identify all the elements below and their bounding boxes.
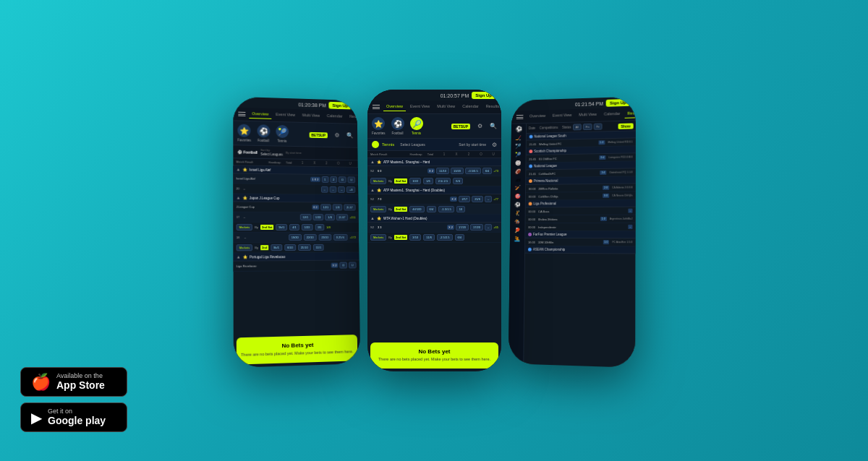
- right-sport-water-polo[interactable]: 🤽: [514, 236, 520, 242]
- center-p2-d[interactable]: 10: [456, 206, 464, 212]
- center-search-icon[interactable]: 🔍: [490, 123, 497, 129]
- center-tab-calendar[interactable]: Calendar: [459, 103, 481, 111]
- right-sport-darts[interactable]: 🎯: [514, 194, 521, 199]
- left-football[interactable]: ⚽ Football: [256, 124, 269, 142]
- right-sport-american-football[interactable]: 🏈: [514, 169, 521, 175]
- left-tab-overview[interactable]: Overview: [249, 110, 271, 119]
- center-expand-2[interactable]: ▲: [370, 188, 375, 192]
- left-jp-c[interactable]: 1/8: [325, 214, 334, 220]
- right-sport-handball[interactable]: 🤾: [514, 210, 521, 216]
- right-sport-volleyball[interactable]: 🏐: [515, 160, 522, 166]
- left-period-odds-2[interactable]: 4/1: [289, 224, 299, 231]
- left-jp-b[interactable]: 1/33: [312, 214, 324, 220]
- center-football[interactable]: ⚽ Football: [391, 117, 404, 135]
- center-period-2[interactable]: 2nd Set: [393, 207, 407, 212]
- center-expand-3[interactable]: ▲: [370, 216, 375, 220]
- left-pr-d[interactable]: 11/1: [312, 244, 324, 251]
- center-atp-1-odds-4[interactable]: 6/4: [482, 168, 492, 174]
- center-tab-overview[interactable]: Overview: [383, 103, 406, 111]
- left-odds-2b[interactable]: –: [329, 186, 336, 193]
- right-sport-badminton[interactable]: 🏸: [515, 144, 522, 150]
- left-expand-2[interactable]: ▲: [236, 196, 240, 200]
- left-favorites[interactable]: ⭐ Favorites: [237, 124, 251, 142]
- right-show-btn[interactable]: Show: [618, 123, 634, 129]
- center-p1-d[interactable]: 6/4: [453, 178, 463, 184]
- left-odds-2[interactable]: 2: [330, 176, 337, 183]
- center-tab-results[interactable]: Results: [482, 103, 501, 111]
- right-sport-tennis[interactable]: 🎾: [515, 152, 522, 158]
- left-markets-btn-2[interactable]: Markets: [236, 244, 252, 251]
- left-odds-1[interactable]: 1: [321, 176, 328, 183]
- right-tab-multi[interactable]: Multi View: [576, 111, 600, 120]
- left-star-3[interactable]: ⭐: [242, 254, 247, 259]
- center-atp-1-odds-1[interactable]: 11/10: [436, 168, 449, 174]
- center-wta-odds-3[interactable]: –: [484, 224, 491, 231]
- right-tab-calendar[interactable]: Calendar: [600, 110, 622, 119]
- center-atp-2-odds-2[interactable]: 21/6: [472, 196, 483, 202]
- left-jp-a[interactable]: 12/1: [299, 214, 311, 220]
- left-m2-b[interactable]: 22/10: [303, 234, 316, 241]
- left-hamburger[interactable]: [236, 110, 247, 119]
- left-settings-icon[interactable]: ⚙: [334, 132, 339, 139]
- center-filter-icon[interactable]: ⚙: [492, 142, 497, 148]
- right-sport-table-tennis[interactable]: 🏓: [514, 228, 520, 233]
- center-p2-b[interactable]: 6/4: [426, 206, 436, 212]
- left-period-odds-1[interactable]: 9b/1: [276, 224, 287, 231]
- center-p1-b[interactable]: 1/6: [423, 178, 433, 184]
- googleplay-badge[interactable]: ▶ Get it on Google play: [20, 402, 127, 432]
- center-settings-icon[interactable]: ⚙: [477, 123, 482, 129]
- right-tab-event[interactable]: Event View: [549, 111, 574, 121]
- center-hamburger[interactable]: [370, 103, 382, 111]
- center-favorites[interactable]: ⭐ Favorites: [372, 117, 386, 135]
- left-odds-u[interactable]: U: [347, 176, 355, 183]
- right-sport-auto[interactable]: 🏎: [515, 177, 520, 182]
- center-tab-event[interactable]: Event View: [407, 103, 432, 111]
- right-filter-fn[interactable]: Fn: [582, 124, 592, 130]
- left-sport-filter[interactable]: ⚽ Football: [237, 150, 258, 155]
- center-period-1[interactable]: 2nd Set: [393, 178, 407, 184]
- left-tab-calendar[interactable]: Calendar: [324, 112, 345, 121]
- center-p1-a[interactable]: 10/2: [409, 178, 421, 184]
- left-pr-c[interactable]: 21/10: [297, 244, 310, 251]
- left-star-1[interactable]: ⭐: [242, 167, 247, 171]
- left-period-tag[interactable]: 2nd Set: [260, 225, 273, 230]
- center-star-2[interactable]: ⭐: [376, 188, 380, 192]
- left-tab-results[interactable]: Results: [346, 113, 360, 121]
- left-jp-d[interactable]: 2/-87: [336, 214, 348, 220]
- center-star-1[interactable]: ⭐: [376, 160, 380, 164]
- left-port-odds-1[interactable]: O: [339, 262, 347, 269]
- center-p2-c[interactable]: -1.5/1.5: [438, 206, 454, 212]
- right-sport-futsal[interactable]: ⚽: [514, 202, 521, 208]
- center-p3-b[interactable]: 11/6: [423, 234, 435, 241]
- right-signup[interactable]: Sign Up: [605, 99, 629, 107]
- left-expand-3[interactable]: ▲: [236, 254, 240, 259]
- center-star-3[interactable]: ⭐: [376, 216, 380, 220]
- center-wta-odds-1[interactable]: 17/20: [455, 224, 468, 231]
- right-tab-results[interactable]: Results: [624, 109, 636, 119]
- right-hamburger[interactable]: [514, 113, 524, 121]
- center-wta-odds-2[interactable]: 17/20: [469, 224, 482, 231]
- left-signup[interactable]: Sign Up: [328, 102, 351, 110]
- right-sport-horse[interactable]: 🏇: [514, 219, 521, 225]
- left-expand-1[interactable]: ▲: [236, 167, 240, 171]
- left-markets-btn[interactable]: Markets: [236, 224, 252, 231]
- center-atp-2-odds-3[interactable]: –: [484, 196, 491, 202]
- center-tennis[interactable]: 🎾 Tennis: [409, 117, 422, 135]
- left-period-tag-2[interactable]: 2nd: [260, 245, 268, 250]
- left-betsup[interactable]: BETSUP: [309, 132, 328, 137]
- center-p3-a[interactable]: 3/10: [409, 234, 421, 241]
- left-tab-event[interactable]: Event View: [273, 111, 298, 120]
- left-odds-o[interactable]: O: [338, 176, 346, 183]
- left-odds-2c[interactable]: –: [338, 186, 345, 193]
- center-atp-1-odds-2[interactable]: 13/20: [451, 168, 464, 174]
- left-tennis[interactable]: 🎾 Tennis: [275, 125, 288, 143]
- left-pr-b[interactable]: 6/10: [284, 244, 296, 251]
- left-m2-a[interactable]: 19/30: [288, 234, 301, 241]
- center-markets-3[interactable]: Markets: [370, 234, 386, 241]
- left-jp-odds-2[interactable]: 1/8: [332, 204, 341, 210]
- center-p3-d[interactable]: 6/4: [454, 234, 464, 241]
- center-select-leagues[interactable]: Select Leagues: [400, 142, 425, 147]
- right-filter-fn2[interactable]: Fn: [593, 124, 603, 130]
- left-period-odds-3[interactable]: 1/33: [301, 224, 312, 231]
- right-sport-ice[interactable]: 🏒: [515, 135, 522, 141]
